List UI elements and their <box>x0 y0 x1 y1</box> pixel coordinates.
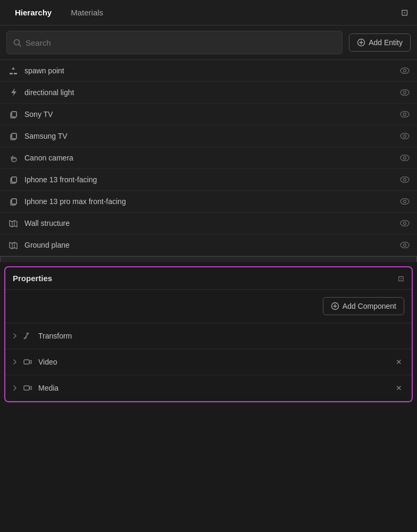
item-icon-copy <box>7 108 19 120</box>
svg-point-17 <box>401 133 409 139</box>
visibility-icon[interactable] <box>400 176 410 183</box>
close-component-button[interactable]: ✕ <box>394 357 404 367</box>
properties-maximize-icon[interactable]: ⊡ <box>398 274 404 283</box>
list-item[interactable]: Samsung TV <box>0 125 417 147</box>
svg-point-29 <box>401 199 409 205</box>
item-label: Iphone 13 pro max front-facing <box>24 197 396 206</box>
components-list: Transform Video ✕ <box>5 323 412 401</box>
item-icon-hand <box>7 152 19 164</box>
svg-point-13 <box>404 113 406 116</box>
item-label: Samsung TV <box>24 132 396 140</box>
component-label: Video <box>38 358 394 366</box>
component-row[interactable]: Video ✕ <box>5 349 412 375</box>
visibility-icon[interactable] <box>400 133 410 139</box>
tab-materials[interactable]: Materials <box>62 4 112 21</box>
item-icon-map <box>7 217 19 229</box>
svg-point-34 <box>404 222 406 225</box>
item-label: Wall structure <box>24 219 396 227</box>
svg-line-1 <box>19 44 21 46</box>
visibility-icon[interactable] <box>400 155 410 161</box>
search-icon <box>13 39 21 47</box>
list-item[interactable]: Ground plane <box>0 234 417 256</box>
visibility-icon[interactable] <box>400 198 410 205</box>
svg-point-24 <box>401 177 409 183</box>
svg-rect-15 <box>12 133 16 139</box>
component-icon-transform <box>22 331 33 341</box>
item-icon-bolt <box>7 87 19 98</box>
list-item[interactable]: Flat screen <box>0 256 417 262</box>
list-item[interactable]: spawn point <box>0 60 417 82</box>
maximize-icon[interactable]: ⊡ <box>398 6 411 19</box>
svg-point-5 <box>401 68 409 74</box>
item-icon-copy <box>7 130 19 142</box>
tab-hierarchy[interactable]: Hierarchy <box>6 4 60 21</box>
component-row[interactable]: Media ✕ <box>5 375 412 401</box>
add-component-label: Add Component <box>343 302 396 310</box>
visibility-icon[interactable] <box>400 242 410 248</box>
search-input[interactable] <box>26 38 336 47</box>
item-icon-copy <box>7 196 19 207</box>
list-item[interactable]: Iphone 13 front-facing <box>0 169 417 191</box>
item-label: Ground plane <box>24 241 396 249</box>
add-entity-label: Add Entity <box>369 38 403 47</box>
item-icon-hand <box>8 261 20 262</box>
chevron-icon <box>13 385 17 391</box>
add-component-row: Add Component <box>5 290 412 323</box>
list-item[interactable]: directional light <box>0 82 417 104</box>
properties-header: Properties ⊡ <box>5 267 412 290</box>
svg-point-25 <box>404 179 406 181</box>
item-icon-spawn <box>7 65 19 77</box>
item-label: Iphone 13 front-facing <box>24 175 396 184</box>
svg-point-6 <box>404 70 406 72</box>
item-label: spawn point <box>24 66 396 75</box>
hierarchy-list: spawn point directional light <box>0 60 417 262</box>
tabs-bar: Hierarchy Materials ⊡ <box>0 0 417 26</box>
svg-rect-27 <box>12 199 16 204</box>
svg-point-19 <box>401 155 409 161</box>
list-item[interactable]: Sony TV <box>0 104 417 125</box>
add-component-button[interactable]: Add Component <box>323 297 404 315</box>
item-icon-copy <box>7 174 19 185</box>
visibility-icon[interactable] <box>400 89 410 96</box>
item-label: directional light <box>24 88 396 97</box>
component-label: Transform <box>38 332 404 340</box>
list-item[interactable]: Iphone 13 pro max front-facing <box>0 191 417 213</box>
visibility-icon[interactable] <box>400 220 410 226</box>
svg-point-33 <box>401 221 409 226</box>
visibility-icon[interactable] <box>400 67 410 74</box>
properties-panel: Properties ⊡ Add Component <box>4 266 413 402</box>
svg-rect-10 <box>12 112 16 117</box>
list-item[interactable]: Canon camera <box>0 147 417 169</box>
chevron-icon <box>13 333 17 339</box>
svg-rect-22 <box>12 177 16 182</box>
list-item[interactable]: Wall structure <box>0 213 417 234</box>
svg-point-18 <box>404 135 406 138</box>
add-entity-icon <box>357 38 365 47</box>
svg-point-30 <box>404 200 406 203</box>
component-row[interactable]: Transform <box>5 323 412 349</box>
add-entity-button[interactable]: Add Entity <box>349 33 411 52</box>
tabs-left: Hierarchy Materials <box>6 4 112 21</box>
svg-point-12 <box>401 112 409 117</box>
search-bar[interactable] <box>6 31 343 54</box>
properties-title: Properties <box>13 274 52 283</box>
svg-rect-44 <box>24 360 29 364</box>
svg-point-20 <box>404 157 406 159</box>
svg-rect-45 <box>24 386 29 390</box>
component-label: Media <box>38 384 394 392</box>
item-icon-map <box>7 239 19 251</box>
close-component-button[interactable]: ✕ <box>394 383 404 393</box>
add-component-icon <box>331 302 339 310</box>
svg-point-38 <box>404 244 406 247</box>
chevron-icon <box>13 359 17 365</box>
visibility-icon[interactable] <box>400 111 410 117</box>
item-label: Sony TV <box>24 110 396 119</box>
toolbar-row: Add Entity <box>0 26 417 60</box>
svg-point-7 <box>401 90 409 96</box>
item-label: Canon camera <box>24 154 396 162</box>
svg-point-8 <box>404 91 406 94</box>
component-icon-video <box>22 357 33 367</box>
component-icon-video <box>22 383 33 393</box>
svg-point-37 <box>401 242 409 248</box>
